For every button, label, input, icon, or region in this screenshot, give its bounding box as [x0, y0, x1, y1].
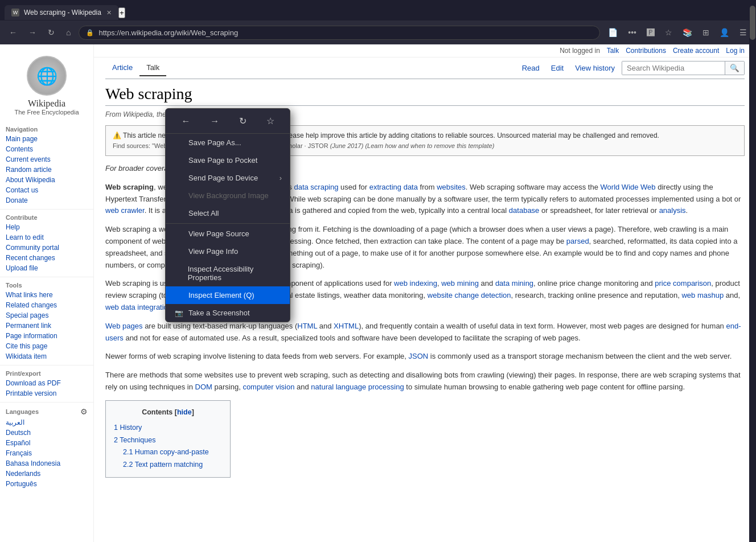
search-button[interactable]: 🔍 — [725, 61, 744, 75]
ctx-back-button[interactable]: ← — [176, 114, 195, 129]
back-button[interactable]: ← — [6, 26, 20, 39]
techniques-link[interactable]: 2 Techniques — [114, 436, 155, 444]
database-link[interactable]: database — [509, 206, 540, 215]
ctx-inspect-element[interactable]: Inspect Element (Q) — [166, 286, 290, 304]
ctx-view-page-info[interactable]: View Page Info — [166, 243, 290, 260]
tab-article[interactable]: Article — [105, 60, 139, 76]
text-pattern-link[interactable]: 2.2 Text pattern matching — [123, 461, 203, 469]
new-tab-button[interactable]: + — [118, 7, 125, 18]
web-crawler-link[interactable]: web crawler — [105, 206, 145, 215]
contents-hide-link[interactable]: hide — [177, 408, 192, 416]
ctx-inspect-accessibility[interactable]: Inspect Accessibility Properties — [166, 260, 290, 286]
extracting-data-link[interactable]: extracting data — [369, 183, 418, 191]
sidebar-item-deutsch[interactable]: Deutsch — [0, 428, 93, 438]
tab-talk[interactable]: Talk — [139, 60, 166, 76]
learn-remove-link[interactable]: Learn how and when to remove this templa… — [367, 142, 492, 149]
sidebar-item-current-events[interactable]: Current events — [0, 154, 93, 165]
sidebar-item-about-wikipedia[interactable]: About Wikipedia — [0, 175, 93, 185]
parsed-link[interactable]: parsed — [566, 237, 589, 245]
sidebar-item-arabic[interactable]: العربية — [0, 417, 93, 428]
human-copy-link[interactable]: 2.1 Human copy-and-paste — [123, 448, 209, 456]
sidebar-item-what-links-here[interactable]: What links here — [0, 290, 93, 300]
action-view-history[interactable]: View history — [570, 61, 619, 75]
talk-link[interactable]: Talk — [607, 47, 619, 55]
nlp-link[interactable]: natural language processing — [311, 383, 404, 391]
data-mining-link[interactable]: data mining — [495, 279, 533, 288]
jstor-link[interactable]: JSTOR — [308, 142, 328, 149]
html-link[interactable]: HTML — [297, 322, 317, 330]
sidebar-item-contents[interactable]: Contents — [0, 144, 93, 154]
sidebar-item-community-portal[interactable]: Community portal — [0, 243, 93, 253]
web-mashup-link[interactable]: web mashup — [681, 291, 724, 299]
data-scraping-link[interactable]: data scraping — [294, 183, 338, 191]
sidebar-item-espanol[interactable]: Español — [0, 438, 93, 448]
languages-settings-icon[interactable]: ⚙ — [80, 407, 88, 416]
ctx-save-page-as[interactable]: Save Page As... — [166, 134, 290, 151]
ctx-forward-button[interactable]: → — [206, 114, 224, 129]
websites-link[interactable]: websites — [437, 183, 466, 191]
computer-vision-link[interactable]: computer vision — [243, 383, 294, 391]
account-button[interactable]: 👤 — [716, 26, 733, 39]
sidebar-item-upload-file[interactable]: Upload file — [0, 263, 93, 273]
bookmark-button[interactable]: ☆ — [662, 26, 676, 39]
home-button[interactable]: ⌂ — [63, 26, 74, 39]
sidebar-item-special-pages[interactable]: Special pages — [0, 310, 93, 321]
ctx-send-to-device[interactable]: Send Page to Device › — [166, 169, 290, 187]
ctx-refresh-button[interactable]: ↻ — [235, 113, 251, 129]
sidebar-item-cite-this-page[interactable]: Cite this page — [0, 341, 93, 351]
analysis-link[interactable]: analysis — [659, 206, 686, 215]
search-input[interactable] — [622, 61, 725, 75]
create-account-link[interactable]: Create account — [673, 47, 719, 55]
forward-button[interactable]: → — [25, 26, 40, 39]
sidebar-item-donate[interactable]: Donate — [0, 195, 93, 206]
sidebar-item-francais[interactable]: Français — [0, 448, 93, 458]
contributions-link[interactable]: Contributions — [626, 47, 666, 55]
xhtml-link[interactable]: XHTML — [334, 322, 359, 330]
sidebar-item-bahasa-indonesia[interactable]: Bahasa Indonesia — [0, 458, 93, 469]
sidebar-item-random-article[interactable]: Random article — [0, 165, 93, 175]
end-users-link[interactable]: end-users — [105, 322, 741, 342]
ctx-save-to-pocket[interactable]: Save Page to Pocket — [166, 151, 290, 169]
log-in-link[interactable]: Log in — [726, 47, 745, 55]
more-options-button[interactable]: ••• — [624, 26, 640, 39]
sidebar-item-learn-to-edit[interactable]: Learn to edit — [0, 232, 93, 243]
json-link[interactable]: JSON — [409, 352, 429, 360]
address-bar[interactable]: 🔒 https://en.wikipedia.org/wiki/Web_scra… — [79, 26, 600, 40]
refresh-button[interactable]: ↻ — [44, 26, 58, 39]
web-pages-link[interactable]: Web pages — [105, 322, 143, 330]
sidebar-item-portugues[interactable]: Português — [0, 479, 93, 489]
sidebar-item-wikidata-item[interactable]: Wikidata item — [0, 351, 93, 362]
sidebar-toggle[interactable]: ⊞ — [699, 26, 713, 39]
sidebar-item-recent-changes[interactable]: Recent changes — [0, 253, 93, 263]
sidebar-item-permanent-link[interactable]: Permanent link — [0, 321, 93, 331]
dom-link[interactable]: DOM — [195, 383, 212, 391]
browser-tab[interactable]: W Web scraping - Wikipedia ✕ — [5, 5, 118, 20]
web-mining-link[interactable]: web mining — [441, 279, 479, 288]
library-button[interactable]: 📚 — [679, 26, 696, 39]
history-link[interactable]: 1 History — [114, 424, 142, 432]
action-read[interactable]: Read — [517, 61, 544, 75]
improve-link[interactable]: improve this article — [321, 132, 377, 139]
sidebar-item-main-page[interactable]: Main page — [0, 134, 93, 144]
world-wide-web-link[interactable]: World Wide Web — [601, 183, 656, 191]
sidebar-item-nederlands[interactable]: Nederlands — [0, 469, 93, 479]
ctx-view-source[interactable]: View Page Source — [166, 225, 290, 243]
website-change-detection-link[interactable]: website change detection — [428, 291, 511, 299]
sidebar-item-related-changes[interactable]: Related changes — [0, 300, 93, 310]
menu-button[interactable]: ☰ — [736, 26, 750, 39]
sidebar-item-printable-version[interactable]: Printable version — [0, 388, 93, 399]
sidebar-item-download-pdf[interactable]: Download as PDF — [0, 378, 93, 388]
sidebar-item-contact-us[interactable]: Contact us — [0, 185, 93, 195]
sidebar-item-help[interactable]: Help — [0, 222, 93, 232]
web-data-integration-link[interactable]: web data integration — [105, 303, 172, 311]
sidebar-item-page-information[interactable]: Page information — [0, 331, 93, 341]
pocket-button[interactable]: 🅿 — [643, 26, 658, 39]
ctx-select-all[interactable]: Select All — [166, 204, 290, 222]
web-indexing-link[interactable]: web indexing — [394, 279, 437, 288]
reader-view-button[interactable]: 📄 — [605, 26, 621, 39]
price-comparison-link[interactable]: price comparison — [655, 279, 711, 288]
scrollbar[interactable] — [749, 44, 756, 542]
ctx-take-screenshot[interactable]: 📷 Take a Screenshot — [166, 304, 290, 322]
ctx-bookmark-button[interactable]: ☆ — [262, 113, 279, 129]
action-edit[interactable]: Edit — [547, 61, 568, 75]
